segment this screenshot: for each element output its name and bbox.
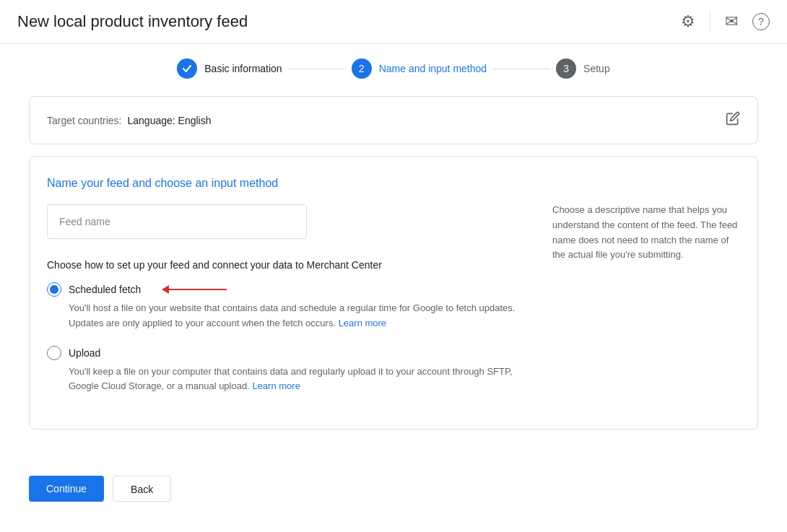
arrow-head — [162, 285, 169, 294]
page-title: New local product inventory feed — [17, 12, 248, 31]
step-3-circle: 3 — [556, 58, 576, 79]
step-1-circle — [177, 58, 197, 79]
form-layout: Name your feed and choose an input metho… — [47, 177, 740, 409]
upload-learn-more[interactable]: Learn more — [252, 380, 300, 391]
target-label: Target countries: — [47, 115, 122, 126]
step-3-label: Setup — [583, 63, 610, 74]
check-icon — [182, 64, 192, 74]
stepper: Basic information 2 Name and input metho… — [0, 44, 787, 96]
target-value: Language: English — [128, 115, 212, 126]
target-info: Target countries: Language: English — [47, 115, 212, 126]
upload-header: Upload — [47, 346, 523, 360]
arrow-annotation — [162, 285, 227, 294]
mail-icon[interactable]: ✉ — [725, 14, 738, 30]
gear-icon[interactable]: ⚙ — [681, 14, 695, 30]
step-3: 3 Setup — [556, 58, 610, 79]
scheduled-fetch-desc: You'll host a file on your website that … — [69, 301, 523, 331]
continue-button[interactable]: Continue — [29, 476, 104, 502]
step-2: 2 Name and input method — [352, 58, 487, 79]
upload-option: Upload You'll keep a file on your comput… — [47, 346, 523, 395]
step-1-label: Basic information — [204, 63, 282, 74]
edit-target-icon[interactable] — [726, 111, 740, 129]
header-icons: ⚙ ✉ ? — [681, 12, 770, 32]
form-help-text: Choose a descriptive name that helps you… — [552, 177, 740, 409]
step-2-label: Name and input method — [379, 63, 487, 74]
feed-name-input[interactable] — [47, 204, 307, 239]
step-line-2 — [492, 69, 550, 69]
step-1: Basic information — [177, 58, 282, 79]
scheduled-fetch-header: Scheduled fetch — [47, 282, 523, 297]
help-icon[interactable]: ? — [752, 13, 770, 30]
scheduled-fetch-option: Scheduled fetch You'll host a file on yo… — [47, 282, 523, 331]
step-line-1 — [288, 69, 346, 69]
header-divider — [710, 12, 710, 32]
upload-label[interactable]: Upload — [69, 347, 100, 359]
arrow-line — [169, 289, 227, 290]
form-title: Name your feed and choose an input metho… — [47, 177, 523, 190]
header: New local product inventory feed ⚙ ✉ ? — [0, 0, 787, 44]
upload-desc: You'll keep a file on your computer that… — [69, 365, 523, 395]
footer-buttons: Continue Back — [0, 476, 787, 502]
step-2-circle: 2 — [352, 58, 372, 79]
upload-radio[interactable] — [47, 346, 61, 360]
scheduled-fetch-radio[interactable] — [47, 282, 61, 297]
target-countries-card: Target countries: Language: English — [29, 96, 758, 144]
target-row: Target countries: Language: English — [47, 111, 740, 129]
form-left: Name your feed and choose an input metho… — [47, 177, 523, 409]
back-button[interactable]: Back — [113, 476, 171, 502]
main-content: Target countries: Language: English Name… — [0, 96, 787, 476]
form-card: Name your feed and choose an input metho… — [29, 156, 758, 429]
scheduled-fetch-learn-more[interactable]: Learn more — [339, 318, 386, 328]
scheduled-fetch-label[interactable]: Scheduled fetch — [69, 284, 141, 295]
method-section-label: Choose how to set up your feed and conne… — [47, 259, 523, 271]
